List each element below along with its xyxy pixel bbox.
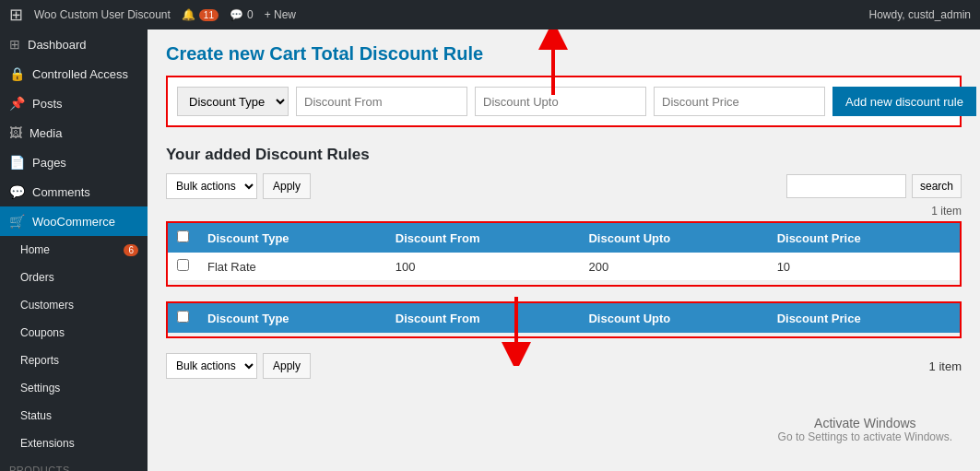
- table1-header-from: Discount From: [386, 223, 580, 253]
- table2-header-type: Discount Type: [198, 303, 386, 333]
- bulk-actions-select-2[interactable]: Bulk actions: [166, 353, 257, 379]
- bulk-actions-select-1[interactable]: Bulk actions: [166, 173, 257, 199]
- table2-right-controls: 1 item: [929, 359, 962, 373]
- table1-header-type: Discount Type: [198, 223, 386, 253]
- table2-header-row: Discount Type Discount From Discount Upt…: [168, 303, 960, 333]
- sidebar-item-comments[interactable]: 💬 Comments: [0, 177, 148, 206]
- table1-right-controls: search: [786, 174, 962, 198]
- table1-header-upto: Discount Upto: [579, 223, 767, 253]
- sidebar-item-extensions[interactable]: Extensions: [0, 430, 148, 457]
- content-area: Create new Cart Total Discount Rule Disc…: [148, 29, 980, 471]
- sidebar-item-label: Posts: [32, 97, 63, 111]
- sidebar-item-label: Media: [30, 126, 62, 140]
- table2-header-checkbox: [168, 303, 198, 333]
- row-discount-from: 100: [386, 253, 580, 281]
- sidebar-item-label: Reports: [20, 354, 59, 367]
- admin-bar: ⊞ Woo Custom User Discount 🔔 11 💬 0 + Ne…: [0, 0, 980, 29]
- discount-type-select[interactable]: Discount Type Flat Rate Percentage: [177, 87, 289, 116]
- page-title: Create new Cart Total Discount Rule: [166, 43, 962, 65]
- sidebar-item-pages[interactable]: 📄 Pages: [0, 147, 148, 177]
- table2-header-price: Discount Price: [768, 303, 960, 333]
- sidebar-item-woocommerce[interactable]: 🛒 WooCommerce: [0, 206, 148, 236]
- item-count-2: 1 item: [929, 359, 962, 373]
- sidebar-item-label: Customers: [20, 299, 74, 312]
- sidebar-item-label: Coupons: [20, 326, 65, 339]
- products-section-label: Products: [0, 457, 148, 471]
- lock-icon: 🔒: [9, 66, 25, 81]
- search-input[interactable]: [786, 174, 906, 198]
- table1-header-row: Discount Type Discount From Discount Upt…: [168, 223, 960, 253]
- row-discount-upto: 200: [579, 253, 767, 281]
- sidebar-item-label: Dashboard: [28, 38, 87, 52]
- sidebar-item-label: Pages: [32, 156, 66, 170]
- sidebar-item-label: Home: [20, 243, 50, 256]
- table1-header-checkbox: [168, 223, 198, 253]
- item-count-1: 1 item: [166, 205, 962, 218]
- howdy-text: Howdy, custd_admin: [869, 8, 972, 21]
- woocommerce-icon: 🛒: [9, 214, 25, 229]
- sidebar-item-label: WooCommerce: [32, 215, 115, 229]
- sidebar-item-home[interactable]: Home 6: [0, 236, 148, 264]
- dashboard-icon: ⊞: [9, 37, 20, 52]
- sidebar-item-label: Comments: [32, 185, 90, 199]
- new-rule-form: Discount Type Flat Rate Percentage Add n…: [166, 76, 962, 127]
- sidebar-item-coupons[interactable]: Coupons: [0, 319, 148, 347]
- select-all-checkbox-1[interactable]: [177, 230, 189, 242]
- row-checkbox-cell: [168, 253, 198, 281]
- discount-table-2: Discount Type Discount From Discount Upt…: [168, 303, 960, 333]
- admin-bar-right: Howdy, custd_admin: [869, 8, 972, 21]
- new-button[interactable]: + New: [265, 8, 296, 21]
- discount-table-1: Discount Type Discount From Discount Upt…: [168, 223, 960, 281]
- comment-count: 0: [247, 8, 254, 21]
- sidebar-item-reports[interactable]: Reports: [0, 347, 148, 374]
- notif-item[interactable]: 🔔 11: [182, 8, 218, 21]
- sidebar-item-label: Extensions: [20, 437, 75, 450]
- section-heading: Your added Discount Rules: [166, 146, 962, 164]
- sidebar-item-label: Status: [20, 409, 52, 422]
- pages-icon: 📄: [9, 155, 25, 170]
- sidebar-item-posts[interactable]: 📌 Posts: [0, 88, 148, 118]
- sidebar-item-label: Orders: [20, 271, 54, 284]
- sidebar-item-dashboard[interactable]: ⊞ Dashboard: [0, 29, 148, 59]
- comments-icon: 💬: [9, 184, 25, 199]
- table2-header-from: Discount From: [386, 303, 580, 333]
- wp-logo-icon: ⊞: [9, 5, 23, 25]
- sidebar-item-label: Controlled Access: [32, 67, 128, 81]
- home-badge: 6: [124, 244, 138, 256]
- add-discount-rule-button[interactable]: Add new discount rule: [832, 87, 976, 116]
- sidebar-item-media[interactable]: 🖼 Media: [0, 118, 148, 147]
- comment-item[interactable]: 💬 0: [230, 8, 254, 21]
- table1-controls: Bulk actions Apply search: [166, 173, 962, 199]
- main-layout: ⊞ Dashboard 🔒 Controlled Access 📌 Posts …: [0, 29, 980, 471]
- admin-bar-left: ⊞ Woo Custom User Discount 🔔 11 💬 0 + Ne…: [9, 5, 296, 25]
- posts-icon: 📌: [9, 96, 25, 111]
- site-name[interactable]: Woo Custom User Discount: [34, 8, 171, 21]
- sidebar-item-orders[interactable]: Orders: [0, 264, 148, 291]
- sidebar-item-controlled-access[interactable]: 🔒 Controlled Access: [0, 59, 148, 88]
- row-checkbox[interactable]: [177, 259, 189, 271]
- discount-price-input[interactable]: [654, 87, 825, 116]
- apply-button-2[interactable]: Apply: [263, 353, 311, 379]
- table1-wrapper: Discount Type Discount From Discount Upt…: [166, 221, 962, 287]
- table2-wrapper: Discount Type Discount From Discount Upt…: [166, 301, 962, 338]
- table1-header-price: Discount Price: [768, 223, 960, 253]
- sidebar-item-status[interactable]: Status: [0, 402, 148, 430]
- media-icon: 🖼: [9, 125, 22, 140]
- apply-button-1[interactable]: Apply: [263, 173, 311, 199]
- table2-controls: Bulk actions Apply 1 item: [166, 353, 962, 379]
- sidebar-item-label: Settings: [20, 382, 60, 394]
- sidebar: ⊞ Dashboard 🔒 Controlled Access 📌 Posts …: [0, 29, 148, 471]
- discount-from-input[interactable]: [296, 87, 467, 116]
- table2-header-upto: Discount Upto: [579, 303, 767, 333]
- sidebar-item-customers[interactable]: Customers: [0, 291, 148, 319]
- row-discount-type: Flat Rate: [198, 253, 386, 281]
- table-row: Flat Rate 100 200 10: [168, 253, 960, 281]
- sidebar-item-settings[interactable]: Settings: [0, 374, 148, 402]
- select-all-checkbox-2[interactable]: [177, 311, 189, 323]
- row-discount-price: 10: [768, 253, 960, 281]
- discount-upto-input[interactable]: [475, 87, 646, 116]
- search-button[interactable]: search: [912, 174, 962, 198]
- notif-badge: 11: [199, 9, 218, 21]
